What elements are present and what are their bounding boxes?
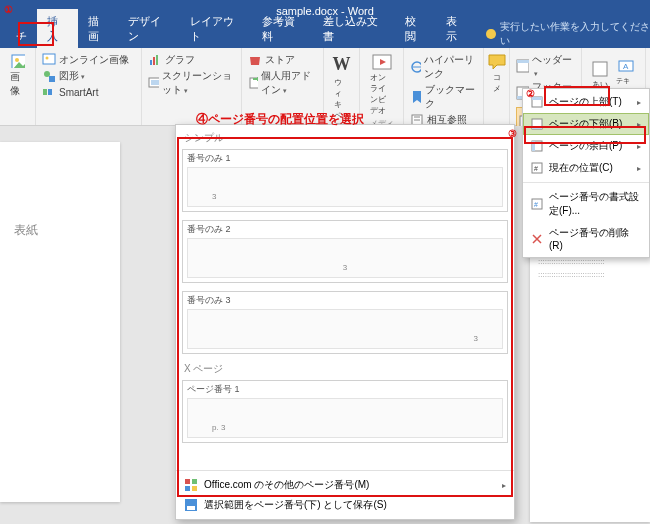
svg-rect-29 <box>532 126 542 129</box>
svg-rect-7 <box>48 89 52 95</box>
current-pos-icon: # <box>531 162 543 174</box>
page-top-icon <box>531 96 543 108</box>
comment-icon <box>488 54 506 70</box>
online-video-button[interactable]: オンラインビデオ <box>366 52 397 118</box>
svg-text:#: # <box>534 165 538 172</box>
svg-point-1 <box>15 58 19 62</box>
gallery-option-plain-1[interactable]: 番号のみ 1 3 <box>182 149 508 212</box>
addin-icon <box>248 76 258 90</box>
picture-icon <box>11 54 25 68</box>
gallery-section-simple: シンプル <box>184 131 508 145</box>
pictures-button[interactable]: 画像 <box>6 52 29 100</box>
textbox-icon: A <box>618 58 634 74</box>
svg-rect-5 <box>49 76 55 82</box>
svg-rect-37 <box>192 479 197 484</box>
tab-view[interactable]: 表示 <box>436 9 477 48</box>
tab-mailings[interactable]: 差し込み文書 <box>313 9 395 48</box>
screenshot-button[interactable]: スクリーンショット <box>148 69 235 97</box>
online-picture-icon <box>42 53 56 67</box>
svg-rect-12 <box>151 80 159 85</box>
menu-current-position[interactable]: #現在の位置(C)▸ <box>523 157 649 179</box>
link-icon <box>410 60 421 74</box>
gallery-option-plain-3[interactable]: 番号のみ 3 3 <box>182 291 508 354</box>
chart-button[interactable]: グラフ <box>148 53 235 67</box>
smartart-icon <box>42 85 56 99</box>
chevron-right-icon: ▸ <box>637 120 641 129</box>
menu-remove-page-numbers[interactable]: ページ番号の削除(R) <box>523 222 649 255</box>
bulb-icon <box>486 29 495 39</box>
svg-rect-36 <box>185 479 190 484</box>
wikipedia-icon: W <box>333 54 351 75</box>
tab-references[interactable]: 参考資料 <box>252 9 313 48</box>
svg-rect-6 <box>43 89 47 95</box>
bookmark-button[interactable]: ブックマーク <box>410 83 477 111</box>
screenshot-icon <box>148 76 159 90</box>
header-icon <box>516 59 529 73</box>
svg-point-3 <box>46 57 49 60</box>
shapes-icon <box>42 69 56 83</box>
chevron-right-icon: ▸ <box>502 481 506 490</box>
bookmark-icon <box>410 90 422 104</box>
page-number-menu: ページの上部(T)▸ ページの下部(B)▸ ページの余白(P)▸ #現在の位置(… <box>522 88 650 258</box>
chart-icon <box>148 53 162 67</box>
tab-layout[interactable]: レイアウト <box>180 9 252 48</box>
format-icon: # <box>531 198 543 210</box>
svg-rect-31 <box>532 141 535 151</box>
comment-button[interactable]: コメ <box>490 52 503 96</box>
menu-format-page-numbers[interactable]: #ページ番号の書式設定(F)... <box>523 186 649 222</box>
svg-rect-10 <box>156 55 158 65</box>
svg-rect-38 <box>185 486 190 491</box>
tell-me[interactable]: 実行したい作業を入力してください <box>486 20 650 48</box>
tab-draw[interactable]: 描画 <box>78 9 119 48</box>
gallery-option-plain-2[interactable]: 番号のみ 2 3 <box>182 220 508 283</box>
gallery-option-page-number-1[interactable]: ページ番号 1 p. 3 <box>182 380 508 443</box>
svg-text:A: A <box>623 62 629 71</box>
svg-rect-9 <box>153 57 155 65</box>
page-bottom-icon <box>531 118 543 130</box>
remove-icon <box>531 233 543 245</box>
hyperlink-button[interactable]: ハイパーリンク <box>410 53 477 81</box>
menu-page-bottom[interactable]: ページの下部(B)▸ <box>523 113 649 135</box>
chevron-right-icon: ▸ <box>637 164 641 173</box>
page-cover[interactable]: 表紙 <box>0 142 120 502</box>
svg-rect-23 <box>593 62 607 76</box>
svg-text:#: # <box>534 201 538 208</box>
video-icon <box>372 54 392 70</box>
chevron-right-icon: ▸ <box>637 142 641 151</box>
page-margin-icon <box>531 140 543 152</box>
svg-rect-41 <box>187 506 195 510</box>
greeting-icon <box>592 61 608 77</box>
tab-review[interactable]: 校閲 <box>395 9 436 48</box>
svg-rect-2 <box>43 54 55 64</box>
svg-rect-27 <box>532 97 542 100</box>
chevron-right-icon: ▸ <box>637 98 641 107</box>
store-icon <box>248 53 262 67</box>
smartart-button[interactable]: SmartArt <box>42 85 135 99</box>
ribbon-tabs: チ 挿入 描画 デザイン レイアウト 参考資料 差し込み文書 校閲 表示 実行し… <box>0 22 650 48</box>
tab-insert[interactable]: 挿入 <box>37 9 78 48</box>
menu-page-top[interactable]: ページの上部(T)▸ <box>523 91 649 113</box>
store-button[interactable]: ストア <box>248 53 317 67</box>
gallery-section-xpage: X ページ <box>184 362 508 376</box>
my-addins-button[interactable]: 個人用アドイン <box>248 69 317 97</box>
gallery-more-office[interactable]: Office.com のその他のページ番号(M)▸ <box>182 475 508 495</box>
gallery-save-selection[interactable]: 選択範囲をページ番号(下) として保存(S) <box>182 495 508 515</box>
annot-4: ④ページ番号の配置位置を選択 <box>196 111 364 128</box>
save-icon <box>184 498 198 512</box>
online-pictures-button[interactable]: オンライン画像 <box>42 53 135 67</box>
menu-page-margin[interactable]: ページの余白(P)▸ <box>523 135 649 157</box>
shapes-button[interactable]: 図形 <box>42 69 135 83</box>
svg-rect-18 <box>517 60 529 63</box>
cover-label: 表紙 <box>14 222 38 239</box>
svg-rect-8 <box>150 60 152 65</box>
office-icon <box>184 478 198 492</box>
tab-file[interactable]: チ <box>6 24 37 48</box>
page-number-gallery: シンプル 番号のみ 1 3 番号のみ 2 3 番号のみ 3 3 X ページ ペー… <box>175 124 515 520</box>
svg-rect-39 <box>192 486 197 491</box>
tab-design[interactable]: デザイン <box>118 9 179 48</box>
header-button[interactable]: ヘッダー <box>516 53 575 78</box>
